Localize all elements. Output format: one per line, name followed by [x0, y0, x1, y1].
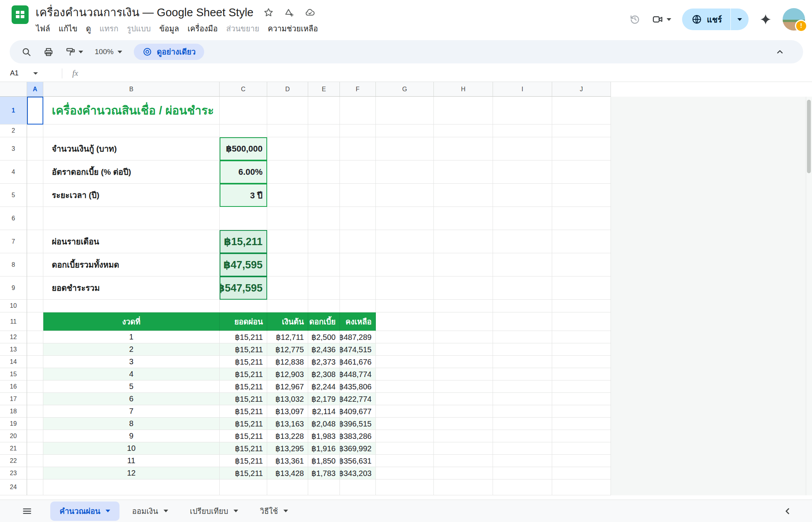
- table-cell[interactable]: ฿13,428: [267, 467, 308, 479]
- sheets-logo-icon[interactable]: [11, 5, 29, 24]
- sheet-title-cell[interactable]: เครื่องคำนวณสินเชื่อ / ผ่อนชำระ: [43, 97, 220, 125]
- table-cell[interactable]: ฿1,850: [308, 455, 340, 467]
- cell[interactable]: [43, 300, 220, 312]
- cell[interactable]: [376, 368, 434, 380]
- cell[interactable]: [267, 276, 308, 300]
- result-value-total-interest[interactable]: ฿47,595: [220, 253, 267, 276]
- share-dropdown[interactable]: [731, 9, 749, 30]
- table-cell[interactable]: 2: [43, 343, 220, 356]
- sheet-tab-calc[interactable]: คำนวณผ่อน: [50, 502, 119, 521]
- cell[interactable]: [552, 253, 611, 276]
- table-cell[interactable]: ฿15,211: [220, 467, 267, 479]
- cell[interactable]: [376, 405, 434, 418]
- cell[interactable]: [552, 430, 611, 442]
- cell[interactable]: [434, 380, 493, 393]
- selected-cell-A1[interactable]: [27, 97, 43, 125]
- table-cell[interactable]: ฿448,774: [340, 368, 376, 380]
- row-header-23[interactable]: 23: [0, 467, 27, 479]
- cell[interactable]: [376, 300, 434, 312]
- table-cell[interactable]: ฿12,967: [267, 380, 308, 393]
- row-header-4[interactable]: 4: [0, 160, 27, 184]
- result-label-total-payment[interactable]: ยอดชำระรวม: [43, 276, 220, 300]
- cell[interactable]: [267, 230, 308, 253]
- table-cell[interactable]: ฿13,032: [267, 393, 308, 405]
- cell[interactable]: [552, 125, 611, 137]
- row-header-16[interactable]: 16: [0, 380, 27, 393]
- cell[interactable]: [376, 380, 434, 393]
- table-cell[interactable]: 1: [43, 331, 220, 343]
- sheet-tab-howto[interactable]: วิธีใช้: [251, 500, 297, 522]
- cell[interactable]: [376, 160, 434, 184]
- cell[interactable]: [220, 207, 267, 230]
- cell[interactable]: [308, 160, 340, 184]
- cell[interactable]: [376, 97, 434, 125]
- column-header-I[interactable]: I: [493, 82, 552, 97]
- cell[interactable]: [434, 393, 493, 405]
- sheet-tab-compare[interactable]: เปรียบเทียบ: [181, 500, 247, 522]
- cell[interactable]: [434, 312, 493, 331]
- column-header-G[interactable]: G: [376, 82, 434, 97]
- table-cell[interactable]: 6: [43, 393, 220, 405]
- row-header-20[interactable]: 20: [0, 430, 27, 442]
- row-header-9[interactable]: 9: [0, 276, 27, 300]
- cell[interactable]: [493, 418, 552, 430]
- cell[interactable]: [434, 368, 493, 380]
- cell[interactable]: [376, 312, 434, 331]
- table-cell[interactable]: 4: [43, 368, 220, 380]
- table-cell[interactable]: ฿487,289: [340, 331, 376, 343]
- result-value-monthly-payment[interactable]: ฿15,211: [220, 230, 267, 253]
- row-header-11[interactable]: 11: [0, 312, 27, 331]
- cell[interactable]: [27, 467, 43, 479]
- cell[interactable]: [493, 356, 552, 368]
- table-cell[interactable]: ฿13,163: [267, 418, 308, 430]
- cell[interactable]: [434, 207, 493, 230]
- row-header-19[interactable]: 19: [0, 418, 27, 430]
- table-cell[interactable]: ฿13,228: [267, 430, 308, 442]
- cell[interactable]: [340, 207, 376, 230]
- menu-data[interactable]: ข้อมูล: [155, 21, 183, 36]
- cell[interactable]: [267, 160, 308, 184]
- cell[interactable]: [552, 312, 611, 331]
- input-value-loan-amount[interactable]: ฿500,000: [220, 137, 267, 160]
- cell[interactable]: [308, 184, 340, 207]
- cell[interactable]: [434, 331, 493, 343]
- cell[interactable]: [308, 276, 340, 300]
- column-header-E[interactable]: E: [308, 82, 340, 97]
- row-header-6[interactable]: 6: [0, 207, 27, 230]
- table-cell[interactable]: ฿2,244: [308, 380, 340, 393]
- row-header-8[interactable]: 8: [0, 253, 27, 276]
- cell[interactable]: [493, 479, 552, 495]
- add-shortcut-to-drive-icon[interactable]: [284, 7, 294, 18]
- table-cell[interactable]: ฿15,211: [220, 356, 267, 368]
- cell[interactable]: [376, 184, 434, 207]
- table-cell[interactable]: ฿2,436: [308, 343, 340, 356]
- menu-file[interactable]: ไฟล์: [32, 21, 54, 36]
- cell[interactable]: [434, 97, 493, 125]
- cell[interactable]: [27, 184, 43, 207]
- cell[interactable]: [493, 442, 552, 455]
- cell[interactable]: [552, 393, 611, 405]
- row-header-10[interactable]: 10: [0, 300, 27, 312]
- cell[interactable]: [376, 356, 434, 368]
- cell[interactable]: [43, 207, 220, 230]
- menu-extensions[interactable]: ส่วนขยาย: [222, 21, 263, 36]
- table-cell[interactable]: 5: [43, 380, 220, 393]
- cell[interactable]: [340, 137, 376, 160]
- cell[interactable]: [493, 137, 552, 160]
- cell[interactable]: [340, 184, 376, 207]
- cell[interactable]: [434, 356, 493, 368]
- cell[interactable]: [434, 276, 493, 300]
- table-header-principal[interactable]: เงินต้น: [267, 312, 308, 331]
- column-header-C[interactable]: C: [220, 82, 267, 97]
- input-label-term-years[interactable]: ระยะเวลา (ปี): [43, 184, 220, 207]
- table-cell[interactable]: ฿369,992: [340, 442, 376, 455]
- cell[interactable]: [493, 207, 552, 230]
- cell[interactable]: [552, 207, 611, 230]
- cell[interactable]: [434, 253, 493, 276]
- cell[interactable]: [340, 276, 376, 300]
- table-cell[interactable]: ฿1,783: [308, 467, 340, 479]
- cell[interactable]: [434, 442, 493, 455]
- cell[interactable]: [376, 137, 434, 160]
- cell[interactable]: [434, 300, 493, 312]
- table-cell[interactable]: ฿15,211: [220, 405, 267, 418]
